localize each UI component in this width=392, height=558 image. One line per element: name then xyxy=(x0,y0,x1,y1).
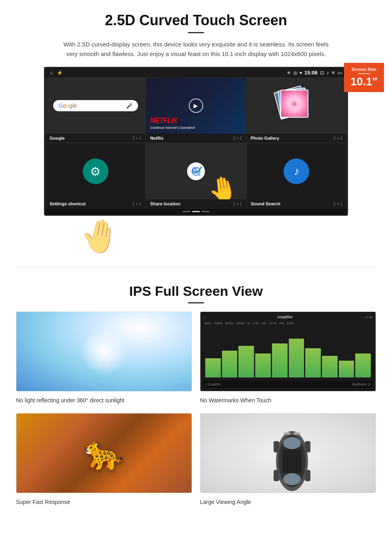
freq-2-5k: 2.5k xyxy=(253,321,259,325)
bar-6 xyxy=(289,339,304,377)
google-label: Google 3 × 1 xyxy=(46,134,145,143)
maps-app-size: 1 × 1 xyxy=(233,202,242,206)
photos-bg: 🌸 xyxy=(247,78,346,134)
close-icon: ✕ xyxy=(331,70,335,76)
device-frame: ⌂ ⚡ ✳ ◎ ▾ 15:06 ⊡ ♪ ✕ ▭ xyxy=(44,67,348,216)
netflix-app-size: 3 × 2 xyxy=(233,136,242,141)
bar-10 xyxy=(355,353,371,378)
netflix-cell-top: ▶ NETFLIX Continue Marvel's Daredevil xyxy=(146,78,246,134)
features-grid: No light reflecting under 360° direct su… xyxy=(16,311,376,507)
section2-title: IPS Full Screen View xyxy=(16,283,376,299)
sound-app-size: 1 × 1 xyxy=(333,202,342,206)
google-search-bar[interactable]: Google 🎤 xyxy=(53,100,138,111)
feature-viewing-angle: Large Viewing Angle xyxy=(200,413,376,507)
feature-fast-response: 🐆 Super Fast Response xyxy=(16,413,192,507)
amp-loudness-label: loudness ⊙ xyxy=(352,382,371,386)
settings-app-name: Settings shortcut xyxy=(50,201,86,206)
section-curved-screen: 2.5D Curved Touch Screen With 2.5D curve… xyxy=(0,0,392,225)
bar-7 xyxy=(305,348,321,377)
freq-1k: 1k xyxy=(247,321,250,325)
volume-icon: ♪ xyxy=(326,70,329,76)
sky-bg xyxy=(16,312,192,391)
car-image xyxy=(200,413,376,493)
bar-9 xyxy=(339,361,354,377)
decorative-hand: 🤚 xyxy=(77,214,123,258)
netflix-app-name: Netflix xyxy=(150,136,164,141)
amp-time: 17:33 xyxy=(364,315,372,319)
netflix-subtitle: Continue Marvel's Daredevil xyxy=(150,126,195,130)
sound-label: Sound Search 1 × 1 xyxy=(247,199,346,208)
amp-title: Amplifier xyxy=(277,315,293,319)
app-cell-maps[interactable]: G 🤚 Share location 1 × 1 xyxy=(146,143,246,209)
settings-cell-top: ⚙ xyxy=(46,143,145,199)
app-cell-sound[interactable]: ♪ Sound Search 1 × 1 xyxy=(246,143,347,209)
badge-size: 10.1" xyxy=(350,76,378,88)
home-icon: ⌂ xyxy=(50,70,53,76)
section1-title: 2.5D Curved Touch Screen xyxy=(24,12,368,29)
watermarks-caption: No Watermarks When Touch xyxy=(200,395,376,405)
freq-100: 100hz xyxy=(214,321,222,325)
amp-freq-labels: 60hz 100hz 200hz 500hz 1k 2.5k 10k 12.5k… xyxy=(204,321,372,326)
maps-cell-top: G 🤚 xyxy=(146,143,246,199)
svg-text:G: G xyxy=(192,167,198,175)
sound-icon: ♪ xyxy=(284,159,309,184)
section-ips-view: IPS Full Screen View No light reflecting… xyxy=(0,279,392,519)
amp-equalizer xyxy=(204,327,372,379)
maps-g-icon: G xyxy=(186,162,206,181)
section-divider xyxy=(16,267,376,267)
feature-sunlight: No light reflecting under 360° direct su… xyxy=(16,311,192,405)
freq-60: 60hz xyxy=(204,321,211,325)
svg-rect-12 xyxy=(294,432,300,435)
status-bar-left: ⌂ ⚡ xyxy=(50,70,63,76)
amp-controls: « Custom loudness ⊙ xyxy=(204,381,372,388)
photos-label: Photo Gallery 2 × 2 xyxy=(247,134,346,143)
freq-12-5k: 12.5k xyxy=(269,321,277,325)
car-svg xyxy=(268,421,316,493)
freq-200: 200hz xyxy=(225,321,234,325)
settings-label: Settings shortcut 1 × 1 xyxy=(46,199,145,208)
usb-icon: ⚡ xyxy=(57,70,63,76)
location-icon: ◎ xyxy=(293,70,297,76)
svg-rect-8 xyxy=(305,441,310,452)
cheetah-bg: 🐆 xyxy=(16,413,192,493)
sound-app-name: Sound Search xyxy=(251,201,280,206)
wifi-icon: ▾ xyxy=(300,70,302,76)
bar-8 xyxy=(322,356,338,377)
viewing-angle-caption: Large Viewing Angle xyxy=(200,497,376,507)
pagination-dots xyxy=(45,209,347,215)
feature-watermarks: ⌂ Amplifier 17:33 60hz 100hz 200hz 500hz… xyxy=(200,311,376,405)
badge-label: Screen Size xyxy=(350,67,378,72)
sound-cell-top: ♪ xyxy=(247,143,346,199)
status-time: 15:06 xyxy=(304,70,318,76)
svg-rect-10 xyxy=(305,470,310,481)
photos-cell-top: 🌸 xyxy=(247,78,346,134)
app-cell-photos[interactable]: 🌸 Photo Gallery 2 × 2 xyxy=(246,77,347,143)
photos-app-name: Photo Gallery xyxy=(251,136,280,141)
device-container: Screen Size 10.1" ⌂ ⚡ ✳ ◎ ▾ 15:06 ⊡ ♪ ✕ xyxy=(44,67,348,216)
amplifier-image: ⌂ Amplifier 17:33 60hz 100hz 200hz 500hz… xyxy=(200,311,376,391)
bar-1 xyxy=(205,358,221,377)
sunlight-image xyxy=(16,311,192,391)
amp-custom-label: « Custom xyxy=(205,382,221,386)
google-logo: Google xyxy=(59,102,77,109)
cheetah-emoji: 🐆 xyxy=(84,434,124,472)
maps-app-name: Share location xyxy=(150,201,180,206)
photo-card-3: 🌸 xyxy=(280,90,308,118)
app-cell-settings[interactable]: ⚙ Settings shortcut 1 × 1 xyxy=(45,143,146,209)
mic-icon: 🎤 xyxy=(126,103,132,109)
bluetooth-icon: ✳ xyxy=(287,70,291,76)
fast-response-caption: Super Fast Response xyxy=(16,497,192,507)
maps-label: Share location 1 × 1 xyxy=(146,199,246,208)
svg-rect-11 xyxy=(284,432,290,435)
amp-status: ⌂ Amplifier 17:33 xyxy=(204,315,372,319)
google-bg: Google 🎤 xyxy=(46,78,145,134)
google-app-size: 3 × 1 xyxy=(132,136,142,141)
app-cell-google[interactable]: Google 🎤 Google 3 × 1 xyxy=(45,77,146,143)
settings-app-size: 1 × 1 xyxy=(132,202,142,206)
netflix-bg: ▶ NETFLIX Continue Marvel's Daredevil xyxy=(146,78,246,134)
photo-stack: 🌸 xyxy=(280,90,312,122)
status-bar: ⌂ ⚡ ✳ ◎ ▾ 15:06 ⊡ ♪ ✕ ▭ xyxy=(45,68,347,77)
bar-3 xyxy=(238,346,254,377)
netflix-play-button[interactable]: ▶ xyxy=(189,98,203,113)
app-cell-netflix[interactable]: ▶ NETFLIX Continue Marvel's Daredevil Ne… xyxy=(146,77,246,143)
